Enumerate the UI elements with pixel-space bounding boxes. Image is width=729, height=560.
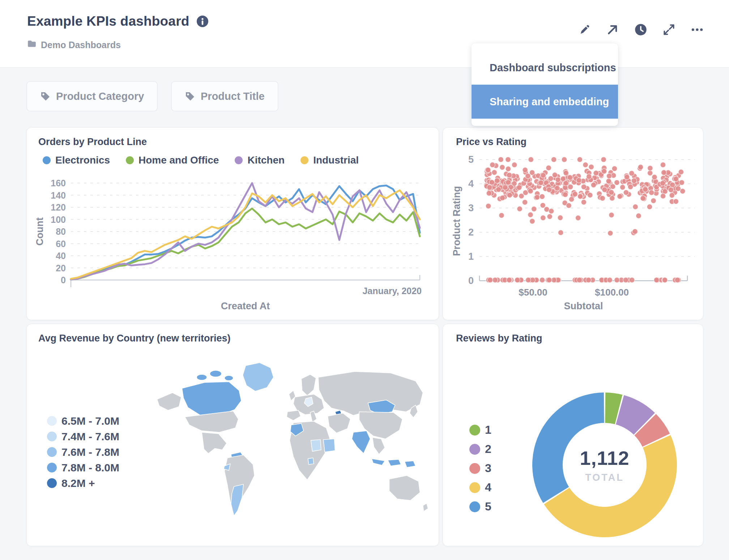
- clock-icon: [634, 23, 647, 36]
- svg-text:140: 140: [51, 190, 66, 200]
- country-greenland[interactable]: [243, 363, 273, 391]
- region-iberia: [287, 410, 300, 420]
- country-chad[interactable]: [311, 440, 321, 451]
- region-scandinavia: [301, 374, 316, 396]
- world-map[interactable]: [146, 356, 435, 541]
- expand-icon: [663, 24, 675, 36]
- x-axis-title: Created At: [71, 301, 420, 312]
- svg-text:100: 100: [51, 215, 66, 225]
- pencil-icon: [578, 24, 591, 36]
- legend-item-bucket-4[interactable]: 7.8M - 8.0M: [47, 460, 119, 475]
- svg-text:20: 20: [56, 263, 66, 273]
- share-menu: Dashboard subscriptions Sharing and embe…: [472, 43, 618, 126]
- region-middle-east: [328, 413, 350, 433]
- x-tick-50: $50.00: [519, 287, 547, 298]
- x-axis-end-tick-label: January, 2020: [362, 286, 422, 296]
- svg-text:0: 0: [468, 275, 474, 286]
- edit-dashboard-button[interactable]: [578, 23, 591, 36]
- svg-text:120: 120: [51, 202, 66, 212]
- country-alaska: [157, 393, 181, 411]
- country-india[interactable]: [352, 431, 370, 454]
- bucket-dot: [47, 447, 57, 457]
- country-ecuador[interactable]: [224, 464, 230, 470]
- more-options-button[interactable]: [691, 23, 704, 36]
- country-sudan[interactable]: [323, 439, 335, 452]
- folder-icon: [27, 39, 37, 51]
- breadcrumb[interactable]: Demo Dashboards: [27, 39, 121, 51]
- country-mexico: [202, 432, 227, 454]
- filter-product-category[interactable]: Product Category: [26, 81, 158, 111]
- info-icon[interactable]: [197, 16, 208, 27]
- bucket-dot: [47, 416, 57, 426]
- arctic-islands: [197, 374, 207, 380]
- bucket-dot: [47, 478, 57, 488]
- svg-text:60: 60: [56, 239, 66, 249]
- card-price-vs-rating: Price vs Rating 012345 Product Rating $5…: [443, 127, 703, 320]
- filter-label: Product Category: [56, 90, 144, 102]
- country-argentina[interactable]: [231, 484, 243, 516]
- country-indonesia[interactable]: [388, 459, 401, 466]
- tag-icon: [40, 91, 50, 101]
- country-new-zealand: [423, 503, 428, 511]
- svg-text:5: 5: [468, 154, 474, 165]
- legend-item-bucket-2[interactable]: 7.4M - 7.6M: [47, 429, 119, 444]
- tag-icon: [185, 91, 195, 101]
- region-se-asia: [372, 437, 385, 454]
- reviews-donut-chart[interactable]: [443, 324, 703, 546]
- svg-text:4: 4: [468, 178, 474, 189]
- bucket-dot: [47, 463, 57, 472]
- fullscreen-button[interactable]: [662, 23, 675, 36]
- svg-text:0: 0: [61, 275, 66, 285]
- country-gabon[interactable]: [308, 458, 314, 464]
- svg-text:2: 2: [468, 227, 474, 238]
- y-axis-title: Product Rating: [451, 186, 462, 256]
- header-actions: [578, 23, 704, 36]
- svg-text:80: 80: [56, 226, 66, 237]
- card-title[interactable]: Avg Revenue by Country (new territories): [38, 333, 231, 344]
- svg-text:3: 3: [468, 203, 474, 213]
- legend-item-bucket-3[interactable]: 7.6M - 7.8M: [47, 444, 119, 460]
- share-arrow-icon: [606, 24, 619, 36]
- card-orders-by-product-line: Orders by Product Line Electronics Home …: [26, 127, 439, 320]
- share-button[interactable]: [606, 23, 619, 36]
- breadcrumb-label: Demo Dashboards: [41, 40, 121, 50]
- page-title: Example KPIs dashboard: [27, 14, 189, 29]
- app-header: Example KPIs dashboard Demo Dashboards: [0, 0, 729, 68]
- menu-item-dashboard-subscriptions[interactable]: Dashboard subscriptions: [472, 51, 618, 85]
- card-reviews-by-rating: Reviews by Rating 1 2 3 4 5 1,112 TOTAL: [443, 324, 703, 546]
- bucket-dot: [47, 432, 57, 441]
- map-legend: 6.5M - 7.0M 7.4M - 7.6M 7.6M - 7.8M 7.8M…: [47, 413, 119, 491]
- country-indonesia[interactable]: [372, 459, 385, 465]
- svg-text:40: 40: [56, 251, 66, 261]
- arctic-islands: [210, 370, 221, 377]
- ellipsis-icon: [691, 24, 704, 36]
- history-button[interactable]: [634, 23, 647, 36]
- legend-item-bucket-5[interactable]: 8.2M +: [47, 475, 119, 491]
- filter-label: Product Title: [201, 90, 265, 102]
- country-papua-new-guinea[interactable]: [405, 461, 415, 467]
- filter-product-title[interactable]: Product Title: [171, 81, 278, 111]
- y-axis-title: Count: [34, 217, 46, 246]
- menu-item-sharing-and-embedding[interactable]: Sharing and embedding: [472, 85, 618, 119]
- country-usa: [185, 411, 238, 432]
- country-australia: [389, 475, 420, 500]
- legend-item-bucket-1[interactable]: 6.5M - 7.0M: [47, 413, 119, 429]
- svg-text:1: 1: [468, 251, 474, 262]
- arctic-islands: [225, 376, 233, 381]
- card-avg-revenue-by-country: Avg Revenue by Country (new territories)…: [26, 324, 439, 546]
- svg-text:160: 160: [51, 178, 66, 188]
- x-tick-100: $100.00: [595, 287, 629, 298]
- x-axis-title: Subtotal: [479, 301, 687, 312]
- price-rating-scatter-chart[interactable]: 012345: [443, 128, 703, 320]
